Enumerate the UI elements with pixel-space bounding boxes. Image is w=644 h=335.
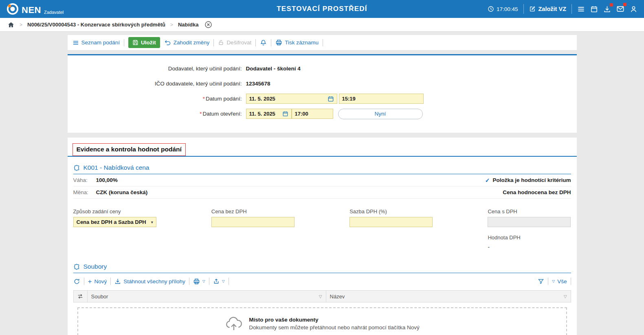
price-incl-vat-input xyxy=(488,217,571,227)
chevron-down-icon: ▾ xyxy=(151,220,153,224)
discard-changes-button[interactable]: Zahodit změny xyxy=(164,39,210,46)
toolbar-separator xyxy=(209,278,209,285)
opening-time-input[interactable]: 17:00 xyxy=(292,109,333,119)
opening-date-input[interactable]: 11. 5. 2025 xyxy=(246,109,292,119)
check-icon: ✓ xyxy=(485,177,490,184)
vat-rate-input[interactable] xyxy=(349,217,433,227)
submission-time-input[interactable]: 15:19 xyxy=(339,94,424,104)
topbar-actions: 17:00:45 Založit VZ xyxy=(488,4,637,14)
dropdown-icon: ▽ xyxy=(222,279,225,283)
new-file-button[interactable]: + Nový xyxy=(88,278,107,285)
record-action-bar: Seznam podání Uložit Zahodit změny xyxy=(68,35,577,50)
print-record-button[interactable]: Tisk záznamu xyxy=(275,39,319,46)
now-button[interactable]: Nyní xyxy=(338,109,423,119)
files-title: Soubory xyxy=(84,263,107,270)
filter-button[interactable] xyxy=(538,278,544,285)
submissions-list-button[interactable]: Seznam podání xyxy=(73,39,120,46)
column-filter-icon[interactable]: ▽ xyxy=(319,294,322,299)
submission-date-value: 11. 5. 2025 xyxy=(249,96,275,102)
downloads-button[interactable] xyxy=(603,5,611,13)
plus-icon: + xyxy=(88,278,92,285)
submission-date-row: *Datum podání: 11. 5. 2025 15:19 xyxy=(68,94,577,104)
topbar-separator xyxy=(523,4,524,14)
refresh-button[interactable] xyxy=(73,278,80,285)
price-mode-label: Způsob zadání ceny xyxy=(73,208,156,215)
price-excl-vat-input[interactable] xyxy=(211,217,295,227)
weight-row: Váha: 100,00% ✓ Položka je hodnotící kri… xyxy=(73,174,571,186)
weight-label: Váha: xyxy=(73,177,96,183)
required-asterisk: * xyxy=(203,96,205,102)
submission-date-label: *Datum podání: xyxy=(68,96,246,102)
opening-date-row: *Datum otevření: 11. 5. 2025 17:00 Nyní xyxy=(68,109,577,119)
notification-badge xyxy=(610,3,613,7)
calendar-icon[interactable] xyxy=(282,111,288,117)
home-icon xyxy=(7,21,15,28)
files-heading: Soubory xyxy=(73,263,571,273)
export-menu-button[interactable]: ▽ xyxy=(213,278,225,285)
vat-amount-value: - xyxy=(488,244,571,250)
save-button[interactable]: Uložit xyxy=(128,37,160,48)
toolbar-separator xyxy=(84,278,84,285)
toolbar-separator xyxy=(189,278,189,285)
upload-icon xyxy=(213,278,220,285)
person-icon xyxy=(630,5,637,13)
create-vz-button[interactable]: Založit VZ xyxy=(529,6,566,12)
all-filter-label: Vše xyxy=(557,278,567,285)
dropdown-icon: ▽ xyxy=(202,279,205,283)
create-vz-label: Založit VZ xyxy=(538,6,566,12)
breadcrumb-chevron: > xyxy=(20,22,22,28)
profile-button[interactable] xyxy=(630,5,637,13)
file-dropzone[interactable]: Místo pro vaše dokumenty Dokumenty sem m… xyxy=(77,307,567,335)
list-icon xyxy=(73,39,79,46)
brand[interactable]: NEN Zadavatel xyxy=(7,3,64,15)
column-header-file[interactable]: Soubor ▽ xyxy=(88,291,326,302)
column-header-name[interactable]: Název ▽ xyxy=(326,291,571,302)
ico-row: IČO dodavatele, který učinil podání: 123… xyxy=(68,79,577,89)
calendar-icon[interactable] xyxy=(327,96,334,102)
calendar-button[interactable] xyxy=(590,5,598,13)
cloud-upload-icon xyxy=(224,316,243,331)
supplier-row: Dodavatel, který učinil podání: Dodavate… xyxy=(68,63,577,74)
clock-icon xyxy=(488,6,494,12)
supplier-label: Dodavatel, který učinil podání: xyxy=(68,66,246,72)
clock: 17:00:45 xyxy=(488,6,518,12)
currency-row: Měna: CZK (koruna česká) Cena hodnocena … xyxy=(73,186,571,199)
toolbar-separator xyxy=(255,39,256,46)
submission-date-input[interactable]: 11. 5. 2025 xyxy=(246,94,337,104)
close-tab-button[interactable] xyxy=(204,21,212,28)
ico-value: 12345678 xyxy=(246,81,270,87)
breadcrumb-item-contract[interactable]: N006/25/V00004543 - Konzervace sbírkovýc… xyxy=(27,22,165,28)
notifications-button[interactable] xyxy=(260,39,267,46)
submissions-list-label: Seznam podání xyxy=(81,39,120,46)
breadcrumb-item-page[interactable]: Nabídka xyxy=(178,22,199,28)
topbar-time: 17:00:45 xyxy=(497,6,518,12)
column-settings-icon xyxy=(77,293,84,300)
all-filter-dropdown[interactable]: ▽ Vše xyxy=(552,278,567,285)
k001-heading: K001 - Nabídková cena xyxy=(73,164,571,174)
save-label: Uložit xyxy=(141,39,156,46)
topbar: NEN Zadavatel TESTOVACÍ PROSTŘEDÍ 17:00:… xyxy=(0,0,644,18)
home-button[interactable] xyxy=(7,21,15,28)
printer-icon xyxy=(275,39,282,46)
print-menu-button[interactable]: ▽ xyxy=(193,278,205,285)
vat-note: Cena hodnocena bez DPH xyxy=(503,189,571,195)
toolbar-separator xyxy=(271,39,271,46)
toolbar-separator xyxy=(548,278,548,285)
download-all-button[interactable]: Stáhnout všechny přílohy xyxy=(114,278,185,285)
price-mode-select[interactable]: Cena bez DPH a Sazba DPH ▾ xyxy=(73,217,156,227)
evidence-section-title: Evidence a kontrola hodnot podání xyxy=(73,143,186,156)
discard-changes-label: Zahodit změny xyxy=(174,39,210,46)
column-filter-icon[interactable]: ▽ xyxy=(564,294,567,299)
column-file-label: Soubor xyxy=(91,293,108,300)
column-settings-button[interactable] xyxy=(74,291,88,302)
refresh-icon xyxy=(73,278,80,285)
main-content: Seznam podání Uložit Zahodit změny xyxy=(68,35,577,335)
dropdown-icon: ▽ xyxy=(552,279,555,283)
toolbar-separator xyxy=(213,39,214,46)
environment-title: TESTOVACÍ PROSTŘEDÍ xyxy=(277,5,367,13)
calendar-icon xyxy=(590,5,598,13)
opening-date-value: 11. 5. 2025 xyxy=(249,111,275,117)
menu-button[interactable] xyxy=(577,5,585,13)
messages-button[interactable] xyxy=(616,5,624,13)
close-icon xyxy=(204,21,212,28)
